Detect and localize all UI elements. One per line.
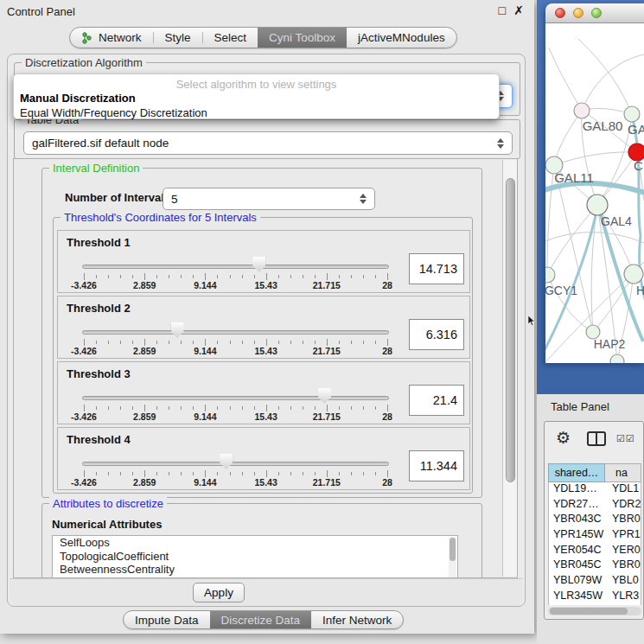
threshold-value-box[interactable]: 6.316 [409, 319, 464, 350]
attributes-scrollbar-thumb[interactable] [450, 538, 456, 561]
dropdown-placeholder-option[interactable]: Select algorithm to view settings [14, 78, 499, 91]
network-node[interactable] [624, 265, 643, 284]
dropdown-option-manual-discretization[interactable]: Manual Discretization [20, 92, 136, 105]
minimize-traffic-light-icon[interactable] [573, 8, 583, 18]
close-traffic-light-icon[interactable] [555, 8, 565, 18]
slider-thumb[interactable] [252, 257, 265, 272]
cell-shared-name[interactable]: YER054C [549, 544, 606, 559]
cell-name[interactable]: YLR3 [606, 590, 641, 605]
tab-cyni-toolbox-label: Cyni Toolbox [269, 31, 335, 44]
table-row[interactable]: YDR27…YDR2 [549, 498, 641, 513]
tab-infer-network[interactable]: Infer Network [311, 611, 403, 628]
network-nodes[interactable] [545, 103, 644, 363]
cell-name[interactable]: YBR0 [606, 558, 641, 574]
attribute-list-item[interactable]: SelfLoops [53, 536, 457, 550]
slider-tick [120, 472, 121, 475]
zoom-traffic-light-icon[interactable] [591, 8, 602, 18]
slider-tick [242, 275, 243, 278]
slider-tick [363, 406, 364, 410]
cell-name[interactable]: YBL0 [606, 574, 641, 590]
network-node[interactable] [574, 103, 590, 118]
threshold-value-box[interactable]: 14.713 [409, 253, 464, 284]
tab-network[interactable]: Network [70, 28, 153, 48]
dropdown-option-equal-width-frequency[interactable]: Equal Width/Frequency Discretization [20, 106, 207, 119]
table-horizontal-scrollbar[interactable] [548, 607, 641, 615]
settings-vertical-scrollbar[interactable] [502, 160, 517, 577]
cell-name[interactable]: YDR2 [606, 498, 641, 513]
network-node[interactable] [587, 194, 608, 215]
desktop: Control Panel □ ✗ Network Style [0, 0, 644, 644]
tab-select[interactable]: Select [203, 28, 258, 48]
table-row[interactable]: YDL19…YDL1 [549, 482, 641, 498]
table-horizontal-scrollbar-thumb[interactable] [550, 608, 628, 615]
network-node[interactable] [624, 106, 640, 122]
table-row[interactable]: YBR043CYBR0 [549, 513, 641, 528]
slider-tick [217, 406, 218, 410]
cell-shared-name[interactable]: YLR345W [549, 590, 606, 605]
slider-tick [315, 406, 316, 410]
combo-spinner-icon [360, 194, 367, 204]
threshold-slider-track[interactable] [82, 330, 389, 335]
cell-shared-name[interactable]: YDL19… [549, 482, 606, 498]
threshold-slider-track[interactable] [82, 462, 389, 466]
threshold-value-box[interactable]: 11.344 [409, 450, 464, 481]
network-node-label: H [636, 284, 644, 297]
number-of-intervals-label: Number of Intervals [65, 191, 170, 204]
tab-cyni-toolbox[interactable]: Cyni Toolbox [258, 28, 347, 48]
network-node[interactable] [545, 267, 555, 283]
slider-tick [242, 406, 243, 410]
cell-shared-name[interactable]: YBR045C [549, 558, 606, 574]
slider-tick-label: 21.715 [313, 280, 341, 290]
cell-shared-name[interactable]: YBR043C [549, 513, 606, 528]
table-data-select[interactable]: galFiltered.sif default node [23, 131, 513, 155]
close-window-icon[interactable]: ✗ [513, 3, 524, 17]
table-row[interactable]: YBL079WYBL0 [549, 574, 641, 590]
tab-discretize-data[interactable]: Discretize Data [210, 611, 312, 628]
settings-scrollbar-thumb[interactable] [506, 178, 515, 482]
cell-name[interactable]: YBR0 [606, 513, 641, 528]
table-panel-area: Table Panel ⚙ ☑☑ shared… na YDL19…YDL1YD… [537, 394, 644, 644]
cell-shared-name[interactable]: YDR27… [549, 498, 606, 513]
number-of-intervals-select[interactable]: 5 [163, 188, 375, 210]
attribute-list-item[interactable]: TopologicalCoefficient [53, 550, 457, 564]
table-row[interactable]: YBR045CYBR0 [549, 558, 641, 574]
column-header-shared-name[interactable]: shared… [548, 463, 605, 482]
cell-name[interactable]: YPR1 [606, 528, 641, 544]
attributes-scrollbar[interactable] [449, 537, 456, 577]
cell-shared-name[interactable]: YIL052C [549, 605, 606, 606]
cell-name[interactable]: YIL0 [606, 605, 641, 606]
slider-tick [254, 341, 255, 344]
table-row[interactable]: YER054CYER0 [549, 544, 641, 559]
slider-thumb[interactable] [318, 388, 331, 404]
threshold-slider-track[interactable] [82, 265, 389, 269]
column-header-name[interactable]: na [605, 463, 641, 482]
table-row[interactable]: YLR345WYLR3 [549, 590, 641, 605]
apply-button[interactable]: Apply [193, 583, 245, 603]
cell-name[interactable]: YER0 [606, 544, 641, 559]
slider-tick [205, 470, 206, 477]
settings-gear-icon[interactable]: ⚙ [556, 428, 571, 448]
threshold-slider-track[interactable] [82, 396, 389, 400]
slider-tick [230, 275, 231, 278]
network-canvas[interactable]: GAL80GACGAL11GAL4GCY1HHAP2 [545, 23, 644, 363]
float-window-icon[interactable]: □ [499, 3, 506, 17]
select-all-checkboxes-icon[interactable]: ☑☑ [616, 433, 635, 444]
show-columns-icon[interactable] [587, 431, 606, 446]
table-row[interactable]: YPR145WYPR1 [549, 528, 641, 544]
cell-name[interactable]: YDL1 [606, 482, 641, 498]
table-row[interactable]: YIL052CYIL0 [549, 605, 641, 606]
numerical-attributes-list[interactable]: SelfLoopsTopologicalCoefficientBetweenne… [52, 535, 458, 578]
tab-style[interactable]: Style [154, 28, 202, 48]
slider-thumb[interactable] [220, 454, 233, 469]
attribute-list-item[interactable]: BetweennessCentrality [53, 563, 457, 577]
tab-impute-data[interactable]: Impute Data [124, 611, 210, 628]
threshold-value-box[interactable]: 21.4 [409, 385, 464, 416]
network-node[interactable] [610, 354, 624, 363]
cell-shared-name[interactable]: YPR145W [549, 528, 606, 544]
cyni-toolbox-panel: Discretization Algorithm Table Data galF… [7, 54, 526, 607]
tab-jactivemnodules[interactable]: jActiveMNodules [347, 28, 456, 48]
cell-shared-name[interactable]: YBL079W [549, 574, 606, 590]
network-node-label: GAL4 [601, 214, 632, 228]
cyni-bottom-tabbar: Impute Data Discretize Data Infer Networ… [123, 610, 404, 629]
slider-thumb[interactable] [171, 322, 184, 338]
